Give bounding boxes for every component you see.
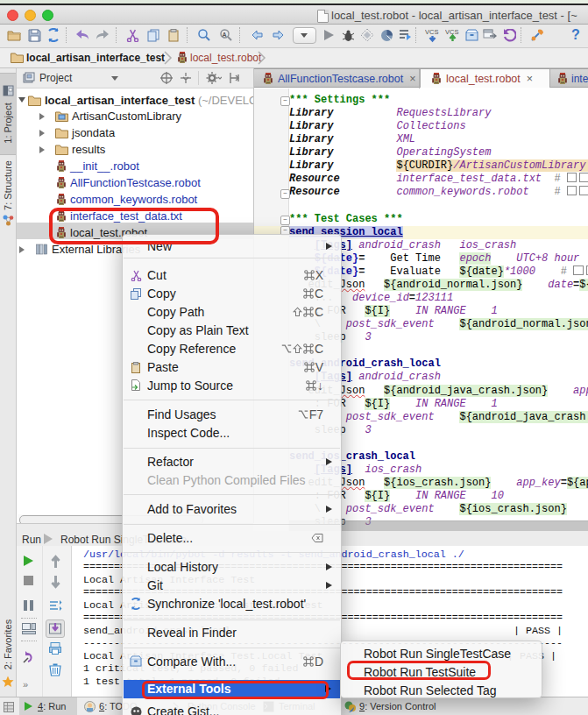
svg-text:A: A [223, 32, 227, 38]
svg-text:VCS: VCS [425, 28, 438, 36]
